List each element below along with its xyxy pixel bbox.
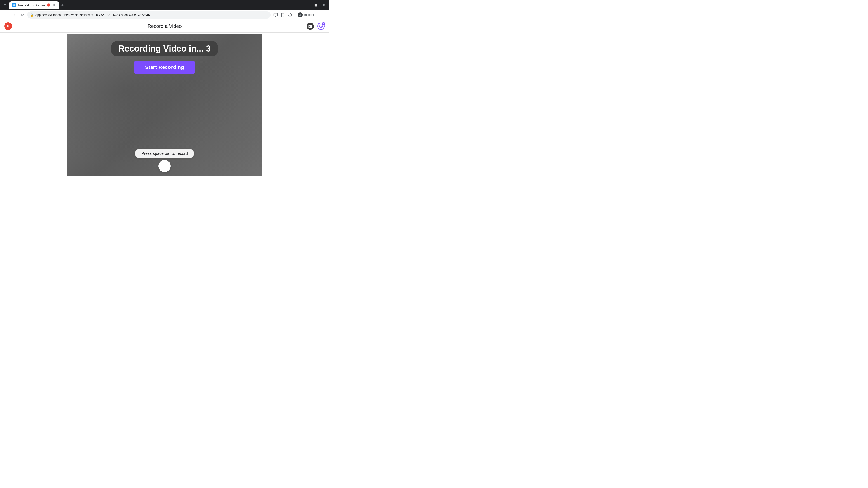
profile-btn[interactable] [297, 12, 303, 18]
app-header: ✕ Record a Video [0, 20, 329, 33]
header-right: 3 [306, 22, 326, 31]
page-title: Record a Video [147, 23, 182, 29]
spacebar-hint: Press space bar to record [135, 149, 194, 158]
close-window-btn[interactable]: ✕ [321, 2, 327, 8]
svg-rect-0 [274, 13, 278, 16]
minimize-btn[interactable]: — [305, 2, 311, 8]
incognito-label: Incognito [304, 13, 316, 17]
back-btn[interactable]: ← [3, 12, 9, 18]
toolbar-right: Incognito ⋮ [272, 12, 327, 18]
app-content: ✕ Record a Video [0, 20, 329, 176]
pause-circle-btn[interactable]: ⏸ [158, 160, 170, 172]
browser-tab-bar: ▼ S Take Video - Seesaw 🔴 ✕ + — ⬜ ✕ [0, 0, 329, 10]
forward-btn[interactable]: → [11, 12, 17, 18]
address-bar[interactable]: 🔒 app.seesaw.me/#/item/new/class/class.e… [27, 11, 271, 19]
tab-close-btn[interactable]: ✕ [53, 3, 56, 7]
extensions-btn[interactable] [287, 12, 293, 18]
divider2 [318, 13, 318, 17]
countdown-text: Recording Video in... 3 [119, 44, 211, 53]
timer-badge: 3 [322, 22, 325, 25]
reload-btn[interactable]: ↻ [19, 12, 25, 18]
address-text: app.seesaw.me/#/item/new/class/class.e01… [35, 13, 268, 17]
timer-btn[interactable]: 3 [316, 22, 326, 31]
video-area: Recording Video in... 3 Start Recording … [67, 34, 262, 176]
bookmark-btn[interactable] [280, 12, 286, 18]
restore-btn[interactable]: ⬜ [313, 2, 319, 8]
page-area: ⏸ Recording Video in... 3 Start Recordin… [0, 33, 329, 176]
camera-flip-icon [307, 23, 314, 30]
security-icon: 🔒 [30, 13, 34, 17]
more-menu-btn[interactable]: ⋮ [320, 12, 327, 18]
recording-countdown: Recording Video in... 3 [111, 41, 218, 56]
start-recording-btn[interactable]: Start Recording [134, 61, 195, 74]
profile-icon [298, 12, 303, 18]
window-controls: — ⬜ ✕ [305, 2, 327, 8]
close-button[interactable]: ✕ [4, 22, 13, 31]
new-tab-btn[interactable]: + [59, 2, 66, 8]
close-x-icon: ✕ [4, 22, 12, 30]
divider [295, 13, 295, 17]
address-bar-row: ← → ↻ 🔒 app.seesaw.me/#/item/new/class/c… [0, 10, 329, 20]
active-tab[interactable]: S Take Video - Seesaw 🔴 ✕ [9, 1, 59, 8]
video-wrapper: Recording Video in... 3 Start Recording … [0, 34, 329, 176]
tab-favicon: S [12, 3, 16, 7]
screen-cast-btn[interactable] [272, 12, 279, 18]
tab-audio-icon: 🔴 [47, 3, 51, 7]
tab-label: Take Video - Seesaw [18, 3, 45, 7]
camera-flip-btn[interactable] [306, 22, 315, 31]
tab-switcher-btn[interactable]: ▼ [2, 2, 8, 8]
